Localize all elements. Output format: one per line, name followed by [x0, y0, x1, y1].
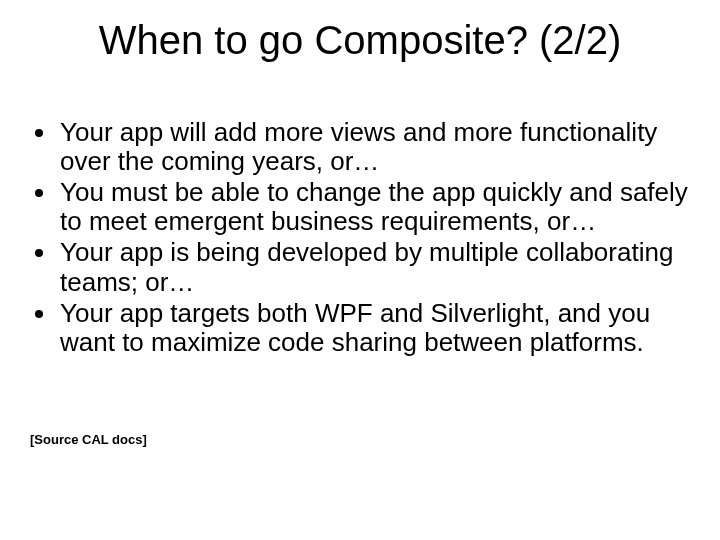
list-item: Your app is being developed by multiple …	[58, 238, 710, 296]
slide: When to go Composite? (2/2) Your app wil…	[0, 0, 720, 540]
list-item: You must be able to change the app quick…	[58, 178, 710, 236]
source-citation: [Source CAL docs]	[30, 432, 147, 447]
list-item: Your app will add more views and more fu…	[58, 118, 710, 176]
bullet-list: Your app will add more views and more fu…	[30, 118, 710, 357]
slide-body: Your app will add more views and more fu…	[30, 118, 710, 359]
slide-title: When to go Composite? (2/2)	[0, 18, 720, 62]
list-item: Your app targets both WPF and Silverligh…	[58, 299, 710, 357]
